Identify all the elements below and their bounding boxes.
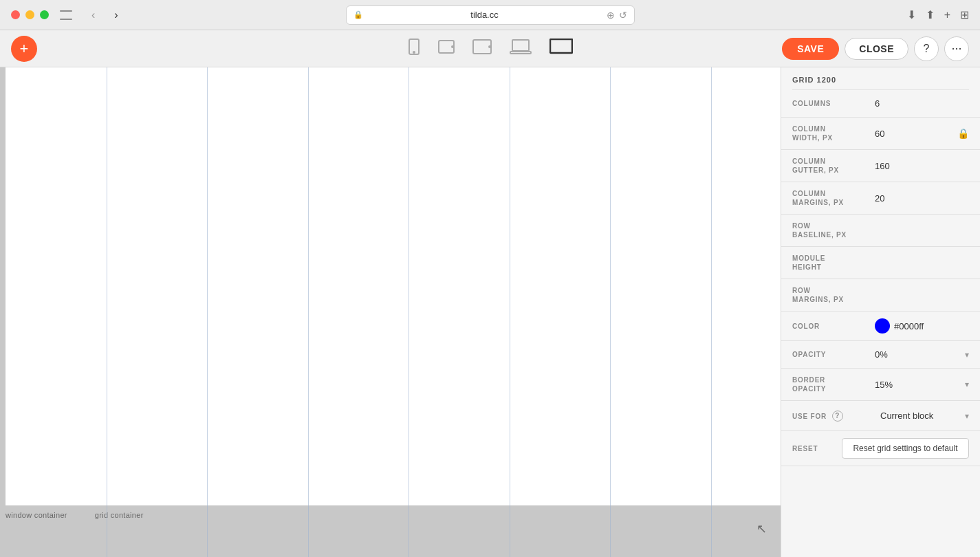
reset-row: RESET Reset grid settings to default — [781, 431, 980, 466]
os-right-icons: ⬇ ⬆ + ⊞ — [907, 8, 969, 21]
fullscreen-traffic-light[interactable] — [40, 10, 49, 19]
border-opacity-dropdown[interactable]: 15% ▾ — [875, 380, 969, 390]
grid-line-3 — [308, 67, 309, 505]
panel-grid-label: GRID 1200 — [792, 76, 836, 84]
border-opacity-row: BORDER OPACITY 15% ▾ — [781, 369, 980, 401]
traffic-lights — [11, 10, 49, 19]
nav-arrows: ‹ › — [80, 9, 121, 21]
grid-line-7 — [711, 67, 712, 505]
url-text: tilda.cc — [367, 10, 602, 20]
col-width-value: 60 — [875, 129, 884, 139]
module-height-row: MODULE HEIGHT — [781, 247, 980, 279]
use-for-label: USE FOR ? — [792, 411, 875, 422]
grid-line-5 — [510, 67, 510, 505]
toolbar-right: SAVE CLOSE ? ··· — [782, 36, 969, 61]
window-icon[interactable]: ⊞ — [960, 8, 969, 21]
color-value-container: #0000ff — [875, 318, 969, 334]
color-hex-value: #0000ff — [894, 321, 924, 331]
back-button[interactable]: ‹ — [89, 9, 98, 21]
new-tab-icon[interactable]: + — [944, 9, 950, 21]
col-margins-row: COLUMN MARGINS, PX 20 — [781, 182, 980, 215]
col-gutter-row: COLUMN GUTTER, PX 160 — [781, 150, 980, 182]
grid-line-6 — [610, 67, 611, 505]
col-width-label: COLUMN WIDTH, PX — [792, 124, 875, 142]
os-titlebar: ‹ › 🔒 tilda.cc ⊕ ↺ ⬇ ⬆ + ⊞ — [0, 0, 980, 30]
grid-line-4 — [409, 67, 409, 505]
lock-icon-colwidth[interactable]: 🔒 — [957, 128, 969, 139]
columns-value: 6 — [875, 98, 969, 109]
canvas-bottom-bar: window container grid container — [0, 505, 781, 557]
col-width-value-container: 60 🔒 — [875, 128, 969, 139]
color-row: COLOR #0000ff — [781, 312, 980, 341]
color-label: COLOR — [792, 322, 875, 331]
minimize-traffic-light[interactable] — [25, 10, 34, 19]
bottom-grid-line-7 — [711, 505, 712, 557]
grid-overlay — [6, 67, 781, 505]
color-swatch[interactable] — [875, 318, 890, 334]
share-icon2[interactable]: ⬆ — [926, 8, 935, 21]
col-margins-value: 20 — [875, 193, 969, 204]
svg-point-5 — [489, 46, 490, 47]
border-opacity-label: BORDER OPACITY — [792, 375, 875, 393]
opacity-label: OPACITY — [792, 350, 875, 359]
close-button[interactable]: CLOSE — [845, 38, 908, 60]
opacity-row: OPACITY 0% ▾ — [781, 341, 980, 369]
device-desktop-button[interactable] — [547, 36, 576, 61]
opacity-dropdown[interactable]: 0% ▾ — [875, 349, 969, 360]
module-height-label: MODULE HEIGHT — [792, 254, 875, 272]
canvas-content — [6, 67, 781, 505]
device-tablet-small-button[interactable] — [435, 37, 457, 60]
border-opacity-value: 15% — [875, 380, 893, 390]
address-bar[interactable]: 🔒 tilda.cc ⊕ ↺ — [346, 6, 635, 25]
refresh-icon: ↺ — [619, 10, 627, 21]
bottom-grid-line-2 — [207, 505, 208, 557]
help-button[interactable]: ? — [914, 36, 939, 61]
row-baseline-row: ROW BASELINE, PX — [781, 215, 980, 247]
svg-rect-6 — [512, 40, 529, 51]
window-container-label: window container — [6, 511, 67, 519]
col-width-row: COLUMN WIDTH, PX 60 🔒 — [781, 118, 980, 150]
col-gutter-value: 160 — [875, 161, 969, 171]
border-opacity-chevron-icon: ▾ — [965, 380, 969, 389]
device-laptop-button[interactable] — [507, 36, 534, 61]
forward-button[interactable]: › — [111, 9, 120, 21]
app-toolbar: + — [0, 30, 980, 67]
sidebar-toggle[interactable] — [60, 10, 72, 20]
lock-icon: 🔒 — [353, 10, 363, 19]
save-button[interactable]: SAVE — [782, 38, 839, 60]
grid-line-1 — [107, 67, 107, 505]
more-button[interactable]: ··· — [944, 36, 969, 61]
close-traffic-light[interactable] — [11, 10, 20, 19]
svg-rect-7 — [510, 52, 531, 54]
use-for-help-icon[interactable]: ? — [832, 411, 843, 422]
use-for-value: Current block — [880, 411, 933, 421]
bottom-grid-line-3 — [308, 505, 309, 557]
add-block-button[interactable]: + — [11, 36, 37, 62]
use-for-dropdown[interactable]: Current block ▾ — [880, 411, 969, 421]
bottom-grid-line-5 — [510, 505, 510, 557]
reset-button[interactable]: Reset grid settings to default — [842, 438, 969, 459]
col-gutter-label: COLUMN GUTTER, PX — [792, 157, 875, 175]
use-for-chevron-icon: ▾ — [965, 411, 969, 421]
device-mobile-button[interactable] — [405, 36, 423, 61]
opacity-value: 0% — [875, 349, 888, 360]
cursor: ↖ — [756, 521, 767, 536]
grid-line-2 — [207, 67, 208, 505]
svg-point-3 — [452, 46, 453, 47]
grid-container-label: grid container — [95, 511, 144, 519]
bottom-grid-line-4 — [409, 505, 409, 557]
reset-label: RESET — [792, 445, 834, 452]
bottom-grid-line-6 — [610, 505, 611, 557]
opacity-chevron-icon: ▾ — [965, 350, 969, 360]
use-for-row: USE FOR ? Current block ▾ — [781, 401, 980, 431]
svg-point-1 — [413, 52, 415, 53]
panel-grid-header-row: GRID 1200 — [781, 67, 980, 89]
device-tablet-button[interactable] — [470, 36, 494, 61]
device-switcher — [405, 36, 576, 61]
right-panel: GRID 1200 COLUMNS 6 COLUMN WIDTH, PX 60 … — [781, 67, 980, 557]
share-icon: ⊕ — [607, 10, 615, 21]
row-baseline-label: ROW BASELINE, PX — [792, 221, 875, 239]
download-icon[interactable]: ⬇ — [907, 8, 916, 21]
main-area: window container grid container ↖ GRID 1… — [0, 67, 980, 557]
svg-rect-8 — [550, 39, 572, 53]
